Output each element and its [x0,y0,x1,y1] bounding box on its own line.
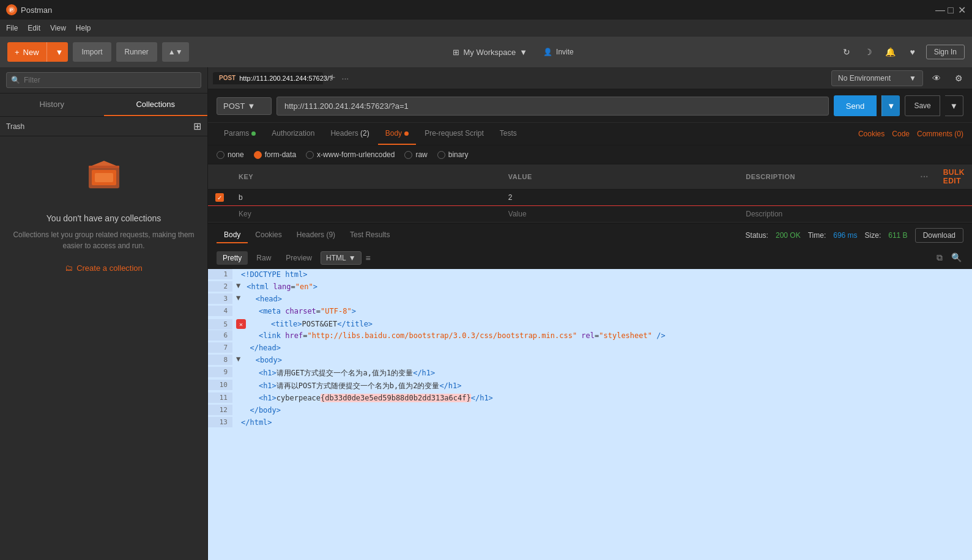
titlebar-controls[interactable]: — □ ✕ [935,6,966,14]
invite-button[interactable]: 👤 Invite [537,45,580,59]
method-label: POST [223,101,245,111]
response-tab-body[interactable]: Body [217,227,248,243]
code-line-1: 1 <!DOCTYPE html> [208,269,972,281]
save-dropdown-button[interactable]: ▼ [945,95,963,116]
sync-button[interactable]: ↻ [838,43,855,61]
tab-url: http://111.200.241.244:57623/? [239,75,333,82]
cookies-link[interactable]: Cookies [858,130,885,138]
create-collection-button[interactable]: 🗂 Create a collection [65,263,143,273]
collapse-arrow-3[interactable]: ▼ [236,293,240,302]
notifications-button[interactable]: 🔔 [882,43,899,61]
new-tab-button[interactable]: + [325,72,339,84]
more-tabs-button[interactable]: ··· [342,73,349,83]
comments-link[interactable]: Comments (0) [917,130,963,138]
code-editor[interactable]: 1 <!DOCTYPE html> 2 ▼ <html lang="en"> 3… [208,269,972,560]
add-collection-icon[interactable]: ⊞ [193,120,201,132]
tab-params[interactable]: Params [217,123,263,145]
option-raw[interactable]: raw [404,150,427,159]
menu-file[interactable]: File [6,24,18,32]
tab-body[interactable]: Body [378,123,416,145]
collapse-arrow-8[interactable]: ▼ [236,355,240,363]
method-select[interactable]: POST ▼ [217,97,272,115]
menu-edit[interactable]: Edit [28,24,40,32]
collections-empty: You don't have any collections Collectio… [0,136,207,291]
menu-help[interactable]: Help [76,24,91,32]
heart-button[interactable]: ♥ [904,43,921,61]
new-desc-input[interactable] [746,210,905,218]
tab-tests[interactable]: Tests [492,123,524,145]
response-tab-headers[interactable]: Headers (9) [289,227,343,243]
new-dropdown-arrow[interactable]: ▼ [51,42,69,62]
radio-binary[interactable] [437,151,445,159]
import-button[interactable]: Import [73,42,111,62]
close-button[interactable]: ✕ [957,6,966,14]
row-value[interactable]: 2 [501,190,738,206]
send-dropdown-button[interactable]: ▼ [881,95,900,116]
env-eye-button[interactable]: 👁 [928,70,945,87]
minimize-button[interactable]: — [935,6,944,14]
runner-button[interactable]: Runner [116,42,157,62]
option-binary[interactable]: binary [437,150,469,159]
trash-link[interactable]: Trash [6,122,24,131]
code-line-13: 13 </html> [208,417,972,429]
response-tab-cookies[interactable]: Cookies [248,227,289,243]
new-value-input[interactable] [508,210,731,218]
row-description[interactable] [738,190,913,206]
format-bar: Pretty Raw Preview HTML ▼ ≡ ⧉ 🔍 [208,247,972,269]
workspace-selector[interactable]: ⊞ My Workspace ▼ [447,45,533,59]
col-more: ··· [913,164,936,190]
theme-button[interactable]: ☽ [860,43,877,61]
more-icon[interactable]: ··· [921,172,929,182]
tab-authorization[interactable]: Authorization [264,123,322,145]
tab-history[interactable]: History [0,94,104,116]
status-label: Status: [746,231,768,240]
response-tab-test-results[interactable]: Test Results [343,227,397,243]
option-urlencoded[interactable]: x-www-form-urlencoded [306,150,395,159]
radio-none[interactable] [217,151,224,159]
collapse-arrow-2[interactable]: ▼ [236,281,240,290]
create-collection-label: Create a collection [76,263,143,273]
row-checkbox[interactable]: ✓ [215,193,224,202]
new-button[interactable]: + New ▼ [7,42,68,62]
row-key[interactable]: b [231,190,501,206]
toolbar: + New ▼ Import Runner ▲▼ ⊞ My Workspace … [0,37,972,67]
tab-pre-request-script[interactable]: Pre-request Script [417,123,491,145]
binary-label: binary [448,150,469,159]
search-response-button[interactable]: 🔍 [949,251,963,265]
radio-raw[interactable] [404,151,412,159]
tab-headers[interactable]: Headers (2) [323,123,376,145]
url-input[interactable] [276,97,829,116]
menu-view[interactable]: View [50,24,66,32]
environment-selector[interactable]: No Environment ▼ [831,70,923,86]
bulk-edit-button[interactable]: Bulk Edit [943,168,965,185]
proxy-button[interactable]: ▲▼ [162,42,189,62]
sign-in-button[interactable]: Sign In [926,45,965,59]
body-table: KEY VALUE DESCRIPTION ··· Bulk Edit [208,164,972,223]
active-request-tab[interactable]: POST http://111.200.241.244:57623/? [213,72,323,84]
code-link[interactable]: Code [892,130,910,138]
copy-response-button[interactable]: ⧉ [935,251,944,265]
new-key-input[interactable] [239,210,494,218]
fmt-raw[interactable]: Raw [250,251,277,265]
env-gear-button[interactable]: ⚙ [950,70,967,87]
radio-form-data[interactable] [254,151,262,159]
option-none[interactable]: none [217,150,244,159]
line-content-3: <head> [242,293,287,304]
tab-collections[interactable]: Collections [104,94,208,116]
line-content-8: <body> [242,355,287,366]
download-button[interactable]: Download [915,228,963,243]
fmt-preview[interactable]: Preview [280,251,318,265]
wrap-icon[interactable]: ≡ [364,251,373,265]
fmt-pretty[interactable]: Pretty [217,251,248,265]
env-label: No Environment [838,74,891,83]
send-button[interactable]: Send [834,95,877,116]
toolbar-right: ↻ ☽ 🔔 ♥ Sign In [838,43,965,61]
code-line-12: 12 </body> [208,405,972,417]
radio-urlencoded[interactable] [306,151,314,159]
line-num-12: 12 [208,405,232,415]
maximize-button[interactable]: □ [946,6,955,14]
format-select[interactable]: HTML ▼ [321,251,362,265]
save-button[interactable]: Save [905,95,940,116]
search-input[interactable] [6,72,201,88]
option-form-data[interactable]: form-data [254,150,296,159]
